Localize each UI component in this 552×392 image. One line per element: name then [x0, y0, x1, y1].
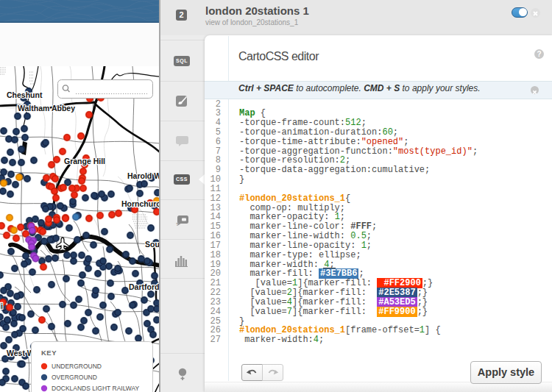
svg-text:Sou: Sou	[145, 240, 160, 249]
svg-text:Grange Hill: Grange Hill	[64, 157, 105, 165]
svg-text:West W: West W	[7, 349, 35, 357]
svg-text:?: ?	[176, 222, 179, 227]
svg-text:Cheshunt: Cheshunt	[7, 90, 43, 99]
svg-text:OVERGROUND: OVERGROUND	[52, 374, 97, 381]
svg-text:KEY: KEY	[41, 349, 57, 357]
svg-text:Harold W: Harold W	[127, 171, 160, 180]
svg-text:DOCKLANDS LIGHT RAILWAY: DOCKLANDS LIGHT RAILWAY	[52, 385, 140, 392]
svg-text:Dartford: Dartford	[129, 282, 159, 291]
svg-text:UNDERGROUND: UNDERGROUND	[52, 363, 102, 370]
svg-text:li: li	[0, 302, 3, 310]
svg-text:Hornchurc: Hornchurc	[121, 199, 160, 208]
svg-text:Waltham Abbey: Waltham Abbey	[18, 104, 75, 113]
